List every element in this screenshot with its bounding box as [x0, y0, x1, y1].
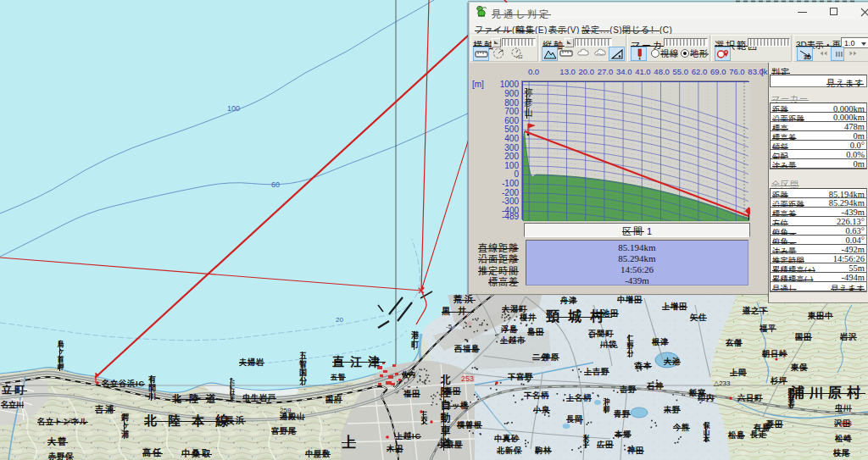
- svg-text:視線: 視線: [660, 48, 678, 58]
- svg-text:+12: +12: [515, 54, 523, 59]
- svg-text:3D: 3D: [804, 54, 811, 60]
- svg-text:地形: 地形: [690, 48, 709, 58]
